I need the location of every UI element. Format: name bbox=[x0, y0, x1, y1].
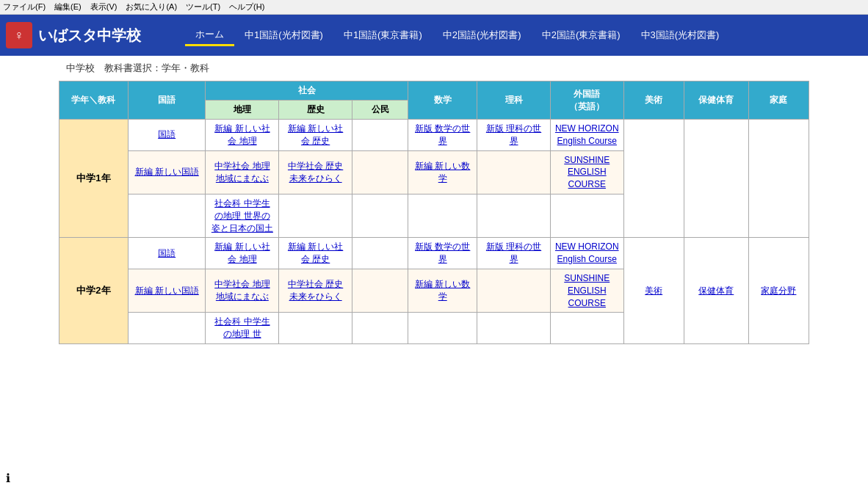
th-hoken: 保健体育 bbox=[684, 81, 748, 120]
nav-chugaku2-tokyo[interactable]: 中2国語(東京書籍) bbox=[532, 26, 631, 45]
g2r2-kokugo-link[interactable]: 新編 新しい国語 bbox=[135, 285, 199, 296]
g1r1-rekishi-link[interactable]: 新編 新しい社会 歴史 bbox=[288, 123, 343, 146]
g1r2-rika bbox=[477, 150, 551, 194]
g2-hoken: 保健体育 bbox=[684, 238, 748, 344]
g1r2-kokugo[interactable]: 新編 新しい国語 bbox=[128, 150, 206, 194]
nav-chugaku2-mitsumura[interactable]: 中2国語(光村図書) bbox=[433, 26, 532, 45]
g1r2-kokugo-link[interactable]: 新編 新しい国語 bbox=[135, 167, 199, 177]
grade2-label: 中学2年 bbox=[59, 238, 129, 344]
g1r2-chiri-link[interactable]: 中学社会 地理 地域にまなぶ bbox=[214, 161, 270, 183]
textbook-table: 学年＼教科 国語 社会 数学 理科 外国語 （英語） 美術 保健体育 家庭 地理… bbox=[59, 81, 809, 344]
g1r1-rika[interactable]: 新版 理科の世界 bbox=[477, 120, 551, 151]
th-shakai: 社会 bbox=[206, 81, 408, 101]
g1-katei bbox=[748, 120, 809, 238]
th-komin: 公民 bbox=[352, 101, 408, 120]
nav-chugaku1-mitsumura[interactable]: 中1国語(光村図書) bbox=[234, 26, 333, 45]
g1r1-gaikokugo[interactable]: NEW HORIZON English Course bbox=[550, 120, 623, 151]
g1r1-kokugo-link[interactable]: 国語 bbox=[158, 129, 176, 139]
th-gaikokugo: 外国語 （英語） bbox=[550, 81, 623, 120]
g1r2-sugaku-link[interactable]: 新編 新しい数学 bbox=[415, 161, 470, 183]
g1r3-kokugo bbox=[128, 194, 206, 237]
g1r1-sugaku-link[interactable]: 新版 数学の世界 bbox=[415, 123, 470, 146]
g1r2-sugaku[interactable]: 新編 新しい数学 bbox=[408, 150, 477, 194]
grade1-row1: 中学1年 国語 新編 新しい社会 地理 新編 新しい社会 歴史 新版 数学の世界… bbox=[59, 120, 809, 151]
th-rekishi: 歴史 bbox=[279, 101, 352, 120]
g2r2-chiri[interactable]: 中学社会 地理 地域にまなぶ bbox=[206, 269, 279, 312]
g2-hoken-link[interactable]: 保健体育 bbox=[698, 285, 734, 296]
menu-tools[interactable]: ツール(T) bbox=[186, 1, 220, 12]
g1r1-chiri[interactable]: 新編 新しい社会 地理 bbox=[206, 120, 279, 151]
menu-edit[interactable]: 編集(E) bbox=[54, 1, 82, 12]
menu-file[interactable]: ファイル(F) bbox=[3, 1, 46, 12]
breadcrumb: 中学校 教科書選択：学年・教科 bbox=[0, 56, 868, 81]
th-chiri: 地理 bbox=[206, 101, 279, 120]
g1r1-sugaku[interactable]: 新版 数学の世界 bbox=[408, 120, 477, 151]
g2r3-chiri-link[interactable]: 社会科 中学生の地理 世 bbox=[214, 316, 270, 339]
g1r1-chiri-link[interactable]: 新編 新しい社会 地理 bbox=[214, 123, 270, 146]
g2r1-chiri[interactable]: 新編 新しい社会 地理 bbox=[206, 238, 279, 269]
g1r2-rekishi-link[interactable]: 中学社会 歴史 未来をひらく bbox=[288, 161, 343, 183]
g2r2-gaikokugo[interactable]: SUNSHINE ENGLISH COURSE bbox=[550, 269, 623, 312]
th-bijutsu: 美術 bbox=[623, 81, 684, 120]
g2r1-kokugo[interactable]: 国語 bbox=[128, 238, 206, 269]
g1r3-chiri-link[interactable]: 社会科 中学生の地理 世界の姿と日本の国土 bbox=[211, 198, 273, 233]
th-rika: 理科 bbox=[477, 81, 551, 120]
nav-chugaku1-tokyo[interactable]: 中1国語(東京書籍) bbox=[333, 26, 433, 45]
g2r1-rika[interactable]: 新版 理科の世界 bbox=[477, 238, 551, 269]
th-grade-subject: 学年＼教科 bbox=[59, 81, 129, 120]
g2r1-sugaku[interactable]: 新版 数学の世界 bbox=[408, 238, 477, 269]
menubar: ファイル(F) 編集(E) 表示(V) お気に入り(A) ツール(T) ヘルプ(… bbox=[0, 0, 868, 15]
g1r3-gaikokugo bbox=[550, 194, 623, 237]
nav-chugaku3-mitsumura[interactable]: 中3国語(光村図書) bbox=[631, 26, 730, 45]
g2r2-rekishi[interactable]: 中学社会 歴史 未来をひらく bbox=[279, 269, 352, 312]
g1r1-kokugo[interactable]: 国語 bbox=[128, 120, 206, 151]
menu-help[interactable]: ヘルプ(H) bbox=[229, 1, 264, 12]
g2r3-chiri[interactable]: 社会科 中学生の地理 世 bbox=[206, 313, 279, 344]
g1r1-rika-link[interactable]: 新版 理科の世界 bbox=[486, 123, 541, 146]
grade1-label: 中学1年 bbox=[59, 120, 129, 238]
g2r1-rekishi-link[interactable]: 新編 新しい社会 歴史 bbox=[288, 241, 343, 264]
g1r2-komin bbox=[352, 150, 408, 194]
g2r3-kokugo bbox=[128, 313, 206, 344]
grade2-row1: 中学2年 国語 新編 新しい社会 地理 新編 新しい社会 歴史 新版 数学の世界… bbox=[59, 238, 809, 269]
g2r1-kokugo-link[interactable]: 国語 bbox=[158, 248, 176, 258]
g2r1-gaikokugo[interactable]: NEW HORIZON English Course bbox=[550, 238, 623, 269]
g2r2-sugaku[interactable]: 新編 新しい数学 bbox=[408, 269, 477, 312]
g1r1-rekishi[interactable]: 新編 新しい社会 歴史 bbox=[279, 120, 352, 151]
nav-links: ホーム 中1国語(光村図書) 中1国語(東京書籍) 中2国語(光村図書) 中2国… bbox=[185, 25, 729, 46]
g2r3-gaikokugo bbox=[550, 313, 623, 344]
g1r1-komin bbox=[352, 120, 408, 151]
g1r3-komin bbox=[352, 194, 408, 237]
g2r2-kokugo[interactable]: 新編 新しい国語 bbox=[128, 269, 206, 312]
g1r3-rika bbox=[477, 194, 551, 237]
g2r1-rekishi[interactable]: 新編 新しい社会 歴史 bbox=[279, 238, 352, 269]
g2r2-rekishi-link[interactable]: 中学社会 歴史 未来をひらく bbox=[288, 279, 343, 302]
g2r2-sugaku-link[interactable]: 新編 新しい数学 bbox=[415, 279, 470, 302]
th-katei: 家庭 bbox=[748, 81, 809, 120]
g2r3-sugaku bbox=[408, 313, 477, 344]
g2r1-sugaku-link[interactable]: 新版 数学の世界 bbox=[415, 241, 470, 264]
g1r2-gaikokugo[interactable]: SUNSHINE ENGLISH COURSE bbox=[550, 150, 623, 194]
g2r3-rekishi bbox=[279, 313, 352, 344]
g1r2-rekishi[interactable]: 中学社会 歴史 未来をひらく bbox=[279, 150, 352, 194]
main-content: 学年＼教科 国語 社会 数学 理科 外国語 （英語） 美術 保健体育 家庭 地理… bbox=[0, 81, 868, 359]
g2r2-gaikokugo-link[interactable]: SUNSHINE ENGLISH COURSE bbox=[564, 273, 610, 308]
g2-katei-link[interactable]: 家庭分野 bbox=[761, 285, 796, 296]
g2r1-chiri-link[interactable]: 新編 新しい社会 地理 bbox=[214, 241, 270, 264]
g2r1-rika-link[interactable]: 新版 理科の世界 bbox=[486, 241, 541, 264]
g2r3-komin bbox=[352, 313, 408, 344]
g2r2-chiri-link[interactable]: 中学社会 地理 地域にまなぶ bbox=[214, 279, 270, 302]
logo-area: ♀ いばスタ中学校 bbox=[6, 22, 141, 48]
site-logo: ♀ bbox=[6, 22, 32, 48]
nav-home[interactable]: ホーム bbox=[185, 25, 234, 46]
g2-bijutsu-link[interactable]: 美術 bbox=[645, 285, 662, 296]
g1r1-gaikokugo-link[interactable]: NEW HORIZON English Course bbox=[555, 123, 619, 146]
g1r2-chiri[interactable]: 中学社会 地理 地域にまなぶ bbox=[206, 150, 279, 194]
g1r2-gaikokugo-link[interactable]: SUNSHINE ENGLISH COURSE bbox=[564, 155, 610, 190]
menu-view[interactable]: 表示(V) bbox=[90, 1, 117, 12]
th-sugaku: 数学 bbox=[408, 81, 477, 120]
menu-favorites[interactable]: お気に入り(A) bbox=[126, 1, 177, 12]
g1r3-chiri[interactable]: 社会科 中学生の地理 世界の姿と日本の国土 bbox=[206, 194, 279, 237]
g2-katei: 家庭分野 bbox=[748, 238, 809, 344]
g2r1-gaikokugo-link[interactable]: NEW HORIZON English Course bbox=[555, 241, 619, 264]
